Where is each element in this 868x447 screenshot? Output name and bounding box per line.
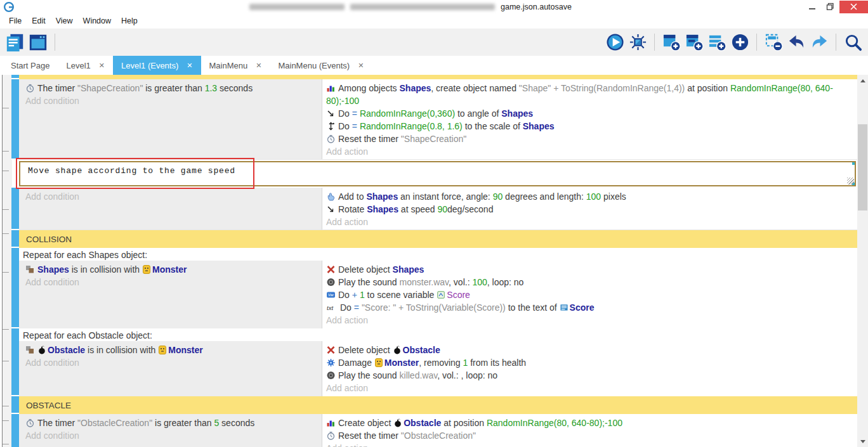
tab-close-icon[interactable]: ✕	[187, 62, 192, 70]
foreach-header[interactable]: Repeat for each Obstacle object:	[19, 328, 857, 341]
toolbar	[0, 29, 868, 56]
event-margin[interactable]	[11, 75, 19, 79]
menu-item-window[interactable]: Window	[78, 16, 116, 25]
project-manager-icon	[5, 32, 25, 53]
action-line[interactable]: Play the sound monster.wav, vol.: 100, l…	[326, 276, 851, 288]
condition-line[interactable]: Obstacle is in collision with Monster	[25, 344, 318, 356]
add-action-button[interactable]: Add action	[326, 145, 851, 158]
action-line[interactable]: Add to Shapes an instant force, angle: 9…	[326, 190, 851, 203]
event-margin[interactable]	[11, 160, 19, 188]
foreach-header[interactable]: Repeat for each Shapes object:	[19, 248, 857, 261]
scrollbar[interactable]	[857, 75, 868, 447]
add-action-button[interactable]: Add action	[326, 314, 851, 327]
add-condition-button[interactable]: Add condition	[25, 94, 318, 107]
action-line[interactable]: Damage Monster, removing 1 from its heal…	[326, 356, 851, 369]
event-margin[interactable]	[11, 248, 19, 328]
menu-item-help[interactable]: Help	[116, 16, 143, 25]
add-subevent-button[interactable]	[683, 32, 706, 53]
event-margin[interactable]	[11, 328, 19, 396]
menu-item-view[interactable]: View	[51, 16, 78, 25]
separator-label	[19, 75, 857, 79]
action-line[interactable]: Rotate Shapes at speed 90deg/second	[326, 203, 851, 216]
tab-label: Start Page	[11, 61, 49, 70]
add-action-button[interactable]: Add action	[326, 216, 851, 228]
add-condition-button[interactable]: Add condition	[25, 190, 318, 203]
add-comment-button[interactable]	[706, 32, 728, 53]
condition-line[interactable]: The timer "ObstacleCreation" is greater …	[25, 417, 318, 429]
add-condition-button[interactable]: Add condition	[25, 276, 318, 288]
restore-button[interactable]	[821, 1, 839, 13]
action-line[interactable]: Reset the timer "ShapeCreation"	[326, 133, 851, 145]
event-margin[interactable]	[11, 230, 19, 248]
tree-tick	[3, 361, 9, 361]
event-rows: The timer "ShapeCreation" is greater tha…	[11, 75, 857, 447]
scene-editor-button[interactable]	[27, 32, 49, 53]
action-line[interactable]: Play the sound killed.wav, vol.: , loop:…	[326, 369, 851, 382]
selection-handle[interactable]	[852, 183, 855, 186]
event-margin[interactable]	[11, 188, 19, 230]
text-segment: to the scale of	[463, 121, 523, 131]
play-button[interactable]	[603, 32, 626, 53]
add-event-button[interactable]	[660, 32, 683, 53]
selection-handle[interactable]	[852, 162, 855, 165]
action-line[interactable]: Delete object Obstacle	[326, 344, 851, 356]
tab-level1-events[interactable]: Level1 (Events)✕	[113, 56, 201, 75]
project-manager-button[interactable]	[4, 32, 27, 53]
debug-button[interactable]	[626, 32, 649, 53]
tab-mainmenu[interactable]: MainMenu✕	[201, 56, 270, 75]
event-margin[interactable]	[11, 414, 19, 447]
scrollbar-up-button[interactable]	[857, 75, 868, 86]
text-segment: RandomInRange(80, 640-80);-100	[487, 418, 622, 428]
action-line[interactable]: Delete object Shapes	[326, 263, 851, 276]
text-segment: Obstacle	[48, 345, 85, 355]
foreach-body: Repeat for each Obstacle object:Obstacle…	[19, 328, 857, 396]
tab-level1[interactable]: Level1✕	[58, 56, 113, 75]
add-condition-button[interactable]: Add condition	[25, 356, 318, 369]
scrollbar-down-button[interactable]	[857, 436, 868, 446]
search-button[interactable]	[841, 32, 864, 53]
tab-mainmenu-events[interactable]: MainMenu (Events)✕	[270, 56, 372, 75]
text-segment: , vol.:	[449, 277, 472, 287]
tab-close-icon[interactable]: ✕	[99, 62, 105, 70]
text-segment: seconds	[217, 83, 253, 93]
tab-close-icon[interactable]: ✕	[256, 62, 261, 70]
tab-close-icon[interactable]: ✕	[358, 62, 364, 70]
action-line[interactable]: Do = RandomInRange(0.8, 1.6) to the scal…	[326, 120, 851, 133]
event-margin[interactable]	[11, 79, 19, 160]
scenevar-icon	[437, 290, 445, 299]
action-line[interactable]: Create object Obstacle at position Rando…	[326, 417, 851, 429]
separator-body[interactable]: OBSTACLE	[19, 396, 857, 414]
redo-button[interactable]	[808, 32, 831, 53]
text-segment: Do	[338, 121, 352, 131]
separator-body[interactable]: COLLISION	[19, 230, 857, 248]
remove-event-button[interactable]	[762, 32, 785, 53]
close-button[interactable]	[839, 1, 868, 13]
text-segment: at speed	[398, 204, 438, 214]
action-line[interactable]: VarDo + 1 to scene variable Score	[326, 288, 851, 301]
condition-line[interactable]: The timer "ShapeCreation" is greater tha…	[25, 82, 318, 94]
window-title-text: game.json.autosave	[501, 3, 572, 11]
add-circle-button[interactable]	[728, 32, 751, 53]
action-line[interactable]: txtDo = "Score: " + ToString(Variable(Sc…	[326, 301, 851, 314]
add-action-button[interactable]: Add action	[326, 382, 851, 394]
svg-text:Var: Var	[328, 293, 334, 297]
action-line[interactable]: Among objects Shapes, create object name…	[326, 82, 851, 107]
textobj-icon	[560, 303, 568, 312]
menu-item-file[interactable]: File	[4, 16, 27, 25]
separator-body[interactable]	[19, 75, 857, 79]
minimize-button[interactable]	[803, 1, 821, 13]
action-line[interactable]: Do = RandomInRange(0,360) to angle of Sh…	[326, 107, 851, 120]
delete-icon	[326, 265, 336, 274]
undo-button[interactable]	[785, 32, 808, 53]
event-margin[interactable]	[11, 396, 19, 414]
add-condition-button[interactable]: Add condition	[25, 429, 318, 442]
tab-start-page[interactable]: Start Page	[3, 56, 58, 75]
comment-editor[interactable]: Move shape according to the game speed	[19, 161, 856, 186]
condition-line[interactable]: Shapes is in collision with Monster	[25, 263, 318, 276]
action-line[interactable]: Reset the timer "ObstacleCreation"	[326, 429, 851, 442]
scrollbar-thumb[interactable]	[858, 124, 867, 211]
text-segment: Shapes	[367, 204, 398, 214]
add-action-button[interactable]: Add action	[326, 442, 851, 447]
tree-tick	[3, 406, 9, 406]
menu-item-edit[interactable]: Edit	[27, 16, 51, 25]
